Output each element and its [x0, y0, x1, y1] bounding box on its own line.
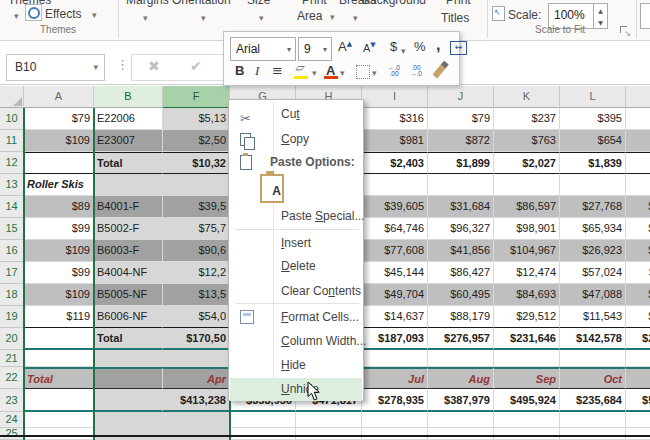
- cell-A14[interactable]: $89: [24, 196, 94, 218]
- increase-decimal-icon[interactable]: ←.0.00: [384, 65, 404, 77]
- cell-F25[interactable]: [163, 428, 230, 440]
- cell-L15[interactable]: $65,934: [560, 218, 626, 240]
- row-header-25[interactable]: 25: [0, 428, 24, 440]
- cell-B10[interactable]: E22006: [94, 108, 163, 130]
- column-header-L[interactable]: L: [560, 86, 626, 108]
- font-name-combo[interactable]: Arial ▾: [230, 37, 296, 61]
- print-titles-button-line1[interactable]: Print: [446, 0, 471, 7]
- cell-J22[interactable]: Aug: [428, 367, 494, 389]
- row-header-15[interactable]: 15: [0, 218, 24, 240]
- row-header-18[interactable]: 18: [0, 284, 24, 306]
- cell-F24[interactable]: [163, 412, 230, 428]
- row-header-16[interactable]: 16: [0, 240, 24, 262]
- menu-item-paste-keep-formatting[interactable]: A: [230, 172, 362, 202]
- row-header-21[interactable]: 21: [0, 350, 24, 367]
- scale-value[interactable]: 100%: [554, 8, 585, 22]
- cell-F14[interactable]: $39,5: [163, 196, 230, 218]
- cell-J17[interactable]: $86,427: [428, 262, 494, 284]
- cell-I17[interactable]: $45,144: [362, 262, 428, 284]
- cell-I11[interactable]: $981: [362, 130, 428, 152]
- cell-B15[interactable]: B5002-F: [94, 218, 163, 240]
- cell-J21[interactable]: [428, 350, 494, 367]
- menu-item-copy[interactable]: Copy: [230, 128, 362, 151]
- row-header-13[interactable]: 13: [0, 174, 24, 196]
- cell-A23[interactable]: [24, 389, 94, 412]
- cell-M16[interactable]: $59,187: [626, 240, 650, 262]
- menu-item-cut[interactable]: ✂Cut: [230, 103, 362, 126]
- cell-H25[interactable]: [296, 428, 362, 440]
- cell-L21[interactable]: [560, 350, 626, 367]
- borders-icon[interactable]: [356, 65, 370, 79]
- paste-keep-formatting-icon[interactable]: A: [260, 174, 284, 203]
- row-header-11[interactable]: 11: [0, 130, 24, 152]
- italic-icon[interactable]: I: [255, 63, 259, 79]
- cell-I25[interactable]: [362, 428, 428, 440]
- row-header-22[interactable]: 22: [0, 367, 24, 389]
- cell-L14[interactable]: $27,768: [560, 196, 626, 218]
- cell-M12[interactable]: $2,046: [626, 152, 650, 174]
- cell-B20[interactable]: Total: [94, 328, 163, 350]
- margins-button[interactable]: Margins: [126, 0, 169, 7]
- print-area-button-line1[interactable]: Print: [302, 0, 327, 7]
- cell-I18[interactable]: $49,704: [362, 284, 428, 306]
- cell-I15[interactable]: $64,746: [362, 218, 428, 240]
- cell-M22[interactable]: Nov: [626, 367, 650, 389]
- cell-J10[interactable]: $79: [428, 108, 494, 130]
- cell-B19[interactable]: B6006-NF: [94, 306, 163, 328]
- column-header-J[interactable]: J: [428, 86, 494, 108]
- cell-I14[interactable]: $39,605: [362, 196, 428, 218]
- menu-item-insert[interactable]: Insert: [230, 232, 362, 255]
- cell-I20[interactable]: $187,093: [362, 328, 428, 350]
- menu-item-unhide[interactable]: Unhide: [230, 378, 362, 401]
- cell-K14[interactable]: $86,597: [494, 196, 560, 218]
- margins-dropdown-arrow[interactable]: ▾: [143, 13, 148, 23]
- cell-L17[interactable]: $57,024: [560, 262, 626, 284]
- cell-B17[interactable]: B4004-NF: [94, 262, 163, 284]
- column-header-I[interactable]: I: [362, 86, 428, 108]
- cell-M13[interactable]: [626, 174, 650, 196]
- cell-A20[interactable]: [24, 328, 94, 350]
- cell-B21[interactable]: [94, 350, 163, 367]
- cell-M18[interactable]: $72,921: [626, 284, 650, 306]
- cell-K12[interactable]: $2,027: [494, 152, 560, 174]
- cell-F11[interactable]: $2,50: [163, 130, 230, 152]
- column-header-F[interactable]: F: [163, 86, 230, 108]
- select-all-corner[interactable]: [0, 86, 24, 108]
- comma-style-icon[interactable]: ,: [436, 36, 440, 54]
- cell-F21[interactable]: [163, 350, 230, 367]
- cell-B23[interactable]: [94, 389, 163, 412]
- cell-F22[interactable]: Apr: [163, 367, 230, 389]
- cell-F13[interactable]: [163, 174, 230, 196]
- cell-J12[interactable]: $1,899: [428, 152, 494, 174]
- cell-I13[interactable]: [362, 174, 428, 196]
- cell-K11[interactable]: $763: [494, 130, 560, 152]
- menu-item-format-cells[interactable]: Format Cells...: [230, 306, 362, 329]
- merge-center-icon[interactable]: ↔: [450, 41, 467, 55]
- cell-I23[interactable]: $278,935: [362, 389, 428, 412]
- cell-J13[interactable]: [428, 174, 494, 196]
- format-painter-icon[interactable]: [433, 65, 446, 79]
- decrease-font-size-icon[interactable]: A▼: [363, 41, 376, 54]
- cell-M10[interactable]: $316: [626, 108, 650, 130]
- cell-B16[interactable]: B6003-F: [94, 240, 163, 262]
- cell-B12[interactable]: Total: [94, 152, 163, 174]
- font-size-combo[interactable]: 9 ▾: [298, 37, 332, 61]
- name-box-dropdown-arrow[interactable]: ▾: [93, 62, 98, 72]
- formula-bar-resize-dots[interactable]: ⋮: [116, 57, 129, 72]
- font-name-value[interactable]: Arial: [236, 42, 260, 56]
- font-size-arrow[interactable]: ▾: [323, 45, 327, 54]
- cell-K22[interactable]: Sep: [494, 367, 560, 389]
- borders-lines-icon[interactable]: ≡: [272, 63, 283, 78]
- cell-M14[interactable]: $50,463: [626, 196, 650, 218]
- cell-A13[interactable]: Roller Skis: [24, 174, 94, 196]
- cell-I19[interactable]: $14,637: [362, 306, 428, 328]
- cell-J15[interactable]: $96,327: [428, 218, 494, 240]
- font-color-arrow[interactable]: ▾: [340, 68, 345, 78]
- cell-A18[interactable]: $109: [24, 284, 94, 306]
- cell-K25[interactable]: [494, 428, 560, 440]
- cell-M20[interactable]: $295,664: [626, 328, 650, 350]
- bold-icon[interactable]: B: [235, 63, 244, 78]
- cell-J19[interactable]: $88,179: [428, 306, 494, 328]
- cell-A21[interactable]: [24, 350, 94, 367]
- cell-I21[interactable]: [362, 350, 428, 367]
